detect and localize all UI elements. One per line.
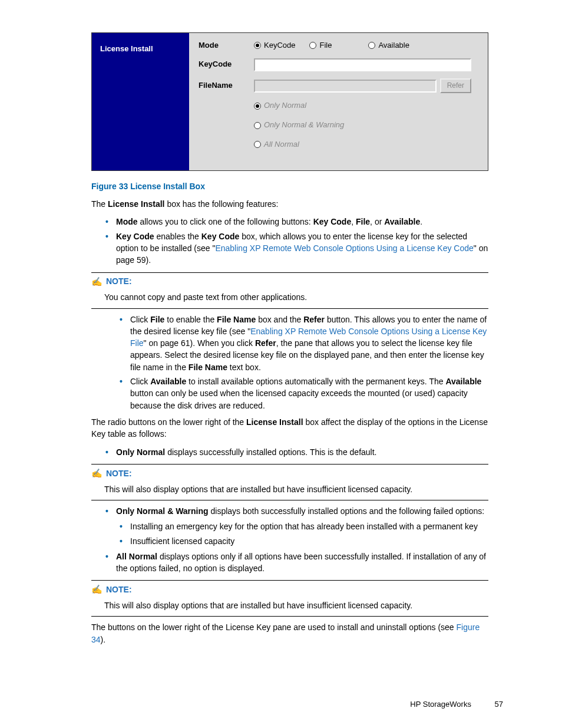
radio-label: File (319, 40, 332, 51)
list-item: Click Available to install available opt… (120, 375, 488, 411)
radio-only-normal-warning[interactable]: Only Normal & Warning (254, 120, 463, 131)
label-keycode: KeyCode (199, 59, 254, 70)
note-body: This will also display options that are … (104, 599, 488, 611)
list-item: Insufficient licensed capacity (120, 535, 488, 547)
list-item: Mode allows you to click one of the foll… (105, 216, 488, 228)
list-item: Installing an emergency key for the opti… (120, 521, 488, 532)
page-number: 57 (495, 700, 503, 709)
mode-radio-group: KeyCode File Available (254, 40, 471, 51)
feature-list: Mode allows you to click one of the foll… (105, 216, 488, 266)
list-item: Only Normal displays successfully instal… (105, 446, 488, 458)
note-label: NOTE: (106, 584, 132, 595)
intro-text: The License Install box has the followin… (91, 198, 488, 210)
sub-feature-list: Click File to enable the File Name box a… (120, 314, 488, 411)
radio-available[interactable]: Available (368, 40, 409, 51)
note-icon: ✍ (91, 275, 103, 288)
radio-label: Available (378, 40, 409, 51)
list-item: Key Code enables the Key Code box, which… (105, 230, 488, 266)
license-install-screenshot: License Install Mode KeyCode File Availa… (91, 32, 488, 171)
note-icon: ✍ (91, 467, 103, 480)
note-block-3: ✍NOTE: This will also display options th… (91, 580, 488, 617)
display-options-list: Only Normal displays successfully instal… (105, 446, 488, 458)
radio-file[interactable]: File (309, 40, 332, 51)
closing-text: The buttons on the lower right of the Li… (91, 621, 488, 645)
footer-label: HP StorageWorks (410, 700, 471, 709)
radio-label: Only Normal & Warning (264, 120, 344, 131)
note-body: You cannot copy and paste text from othe… (104, 291, 488, 303)
radio-label: Only Normal (264, 100, 306, 111)
label-filename: FileName (199, 80, 254, 91)
display-options-list-2: Only Normal & Warning displays both succ… (105, 505, 488, 574)
refer-button[interactable]: Refer (440, 78, 471, 93)
note-block-1: ✍NOTE: You cannot copy and paste text fr… (91, 272, 488, 309)
keycode-input[interactable] (254, 58, 471, 71)
list-item: Click File to enable the File Name box a… (120, 314, 488, 373)
list-item: All Normal displays options only if all … (105, 551, 488, 575)
list-item: Only Normal & Warning displays both succ… (105, 505, 488, 547)
filter-radio-group: Only Normal Only Normal & Warning All No… (199, 100, 471, 150)
link-keycode[interactable]: Enabling XP Remote Web Console Options U… (215, 243, 473, 253)
note-body: This will also display options that are … (104, 483, 488, 495)
radio-label: All Normal (264, 139, 299, 150)
radio-label: KeyCode (264, 40, 295, 51)
note-block-2: ✍NOTE: This will also display options th… (91, 464, 488, 500)
note-label: NOTE: (106, 467, 132, 479)
nested-list: Installing an emergency key for the opti… (120, 521, 488, 547)
radio-all-normal[interactable]: All Normal (254, 139, 463, 150)
label-mode: Mode (199, 40, 254, 51)
figure-caption: Figure 33 License Install Box (91, 180, 488, 192)
radio-keycode[interactable]: KeyCode (254, 40, 295, 51)
filename-input[interactable] (254, 80, 437, 93)
page-footer: HP StorageWorks 57 (410, 699, 503, 710)
note-label: NOTE: (106, 275, 132, 287)
radio-only-normal[interactable]: Only Normal (254, 100, 463, 111)
panel-body: Mode KeyCode File Available KeyCode File… (189, 33, 488, 170)
panel-title: License Install (92, 33, 189, 170)
radio-intro: The radio buttons on the lower right of … (91, 416, 488, 440)
note-icon: ✍ (91, 583, 103, 596)
